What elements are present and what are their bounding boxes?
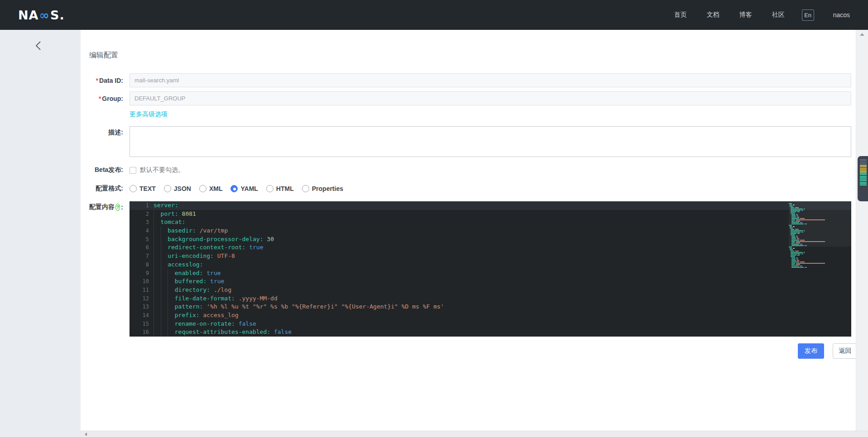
line-content: file-date-format: .yyyy-MM-dd xyxy=(149,294,278,303)
nav-link[interactable]: 社区 xyxy=(772,11,785,19)
beta-publish-row: Beta发布: 默认不要勾选。 xyxy=(89,166,856,174)
scroll-left-arrow-icon[interactable] xyxy=(85,432,87,436)
code-line[interactable]: 6redirect-context-root: true xyxy=(129,243,851,252)
radio-icon[interactable] xyxy=(129,185,137,192)
code-line[interactable]: 14prefix: access_log xyxy=(129,311,851,320)
editor-minimap[interactable] xyxy=(789,203,845,268)
main-content: 编辑配置 *Data ID: *Group: 更多高级选项 描述: Beta发布… xyxy=(81,30,856,431)
format-option-html[interactable]: HTML xyxy=(266,185,294,192)
nav-link[interactable]: 首页 xyxy=(674,11,687,19)
radio-icon[interactable] xyxy=(302,185,309,192)
format-option-label: TEXT xyxy=(139,185,156,192)
format-option-text[interactable]: TEXT xyxy=(129,185,156,192)
advanced-options-row: 更多高级选项 xyxy=(89,110,856,118)
format-option-label: XML xyxy=(209,185,223,192)
line-number: 4 xyxy=(129,227,149,235)
code-line[interactable]: 3tomcat: xyxy=(129,218,851,227)
format-option-json[interactable]: JSON xyxy=(164,185,191,192)
line-content: directory: ./log xyxy=(149,286,231,294)
nav-link[interactable]: 博客 xyxy=(739,11,752,19)
code-editor[interactable]: 1server:2port: 80813tomcat:4basedir: /va… xyxy=(129,201,851,337)
description-row: 描述: xyxy=(89,126,856,157)
format-option-label: JSON xyxy=(174,185,191,192)
beta-publish-checkbox[interactable] xyxy=(129,167,136,174)
publish-button[interactable]: 发布 xyxy=(798,343,824,359)
group-label: *Group: xyxy=(89,95,123,102)
back-button[interactable] xyxy=(34,41,42,52)
code-line[interactable]: 16request-attributes-enabled: false xyxy=(129,328,851,337)
line-content: uri-encoding: UTF-8 xyxy=(149,252,235,261)
line-number: 6 xyxy=(129,243,149,252)
username-menu[interactable]: nacos xyxy=(833,11,850,19)
nacos-console: NA∞S. 首页文档博客社区 En nacos 编辑配置 *Data ID: *… xyxy=(0,0,868,437)
back-button-secondary[interactable]: 返回 xyxy=(833,343,858,359)
nav-link[interactable]: 文档 xyxy=(707,11,719,19)
code-line[interactable]: 13pattern: '%h %l %u %t "%r" %s %b "%{Re… xyxy=(129,303,851,311)
radio-icon[interactable] xyxy=(230,185,238,192)
config-format-row: 配置格式: TEXTJSONXMLYAMLHTMLProperties xyxy=(89,185,856,192)
radio-icon[interactable] xyxy=(199,185,206,192)
code-line[interactable]: 10buffered: true xyxy=(129,277,851,286)
horizontal-scrollbar[interactable] xyxy=(81,431,868,437)
format-option-label: YAML xyxy=(240,185,258,192)
line-content: pattern: '%h %l %u %t "%r" %s %b "%{Refe… xyxy=(149,303,444,311)
code-line[interactable]: 7uri-encoding: UTF-8 xyxy=(129,252,851,261)
group-input[interactable] xyxy=(129,91,851,105)
code-line[interactable]: 8accesslog: xyxy=(129,261,851,269)
chevron-left-icon xyxy=(34,41,42,51)
line-content: redirect-context-root: true xyxy=(149,243,264,252)
line-content: server: xyxy=(149,201,178,210)
line-content: prefix: access_log xyxy=(149,311,239,320)
scroll-minimap-widget[interactable] xyxy=(858,156,868,201)
radio-icon[interactable] xyxy=(164,185,171,192)
code-line[interactable]: 4basedir: /var/tmp xyxy=(129,227,851,235)
line-content: enabled: true xyxy=(149,269,221,278)
code-line[interactable]: 15rename-on-rotate: false xyxy=(129,320,851,328)
code-line[interactable]: 5background-processor-delay: 30 xyxy=(129,235,851,244)
action-buttons-row: 发布 返回 xyxy=(89,343,858,359)
code-line[interactable]: 11directory: ./log xyxy=(129,286,851,294)
format-option-properties[interactable]: Properties xyxy=(302,185,343,192)
line-number: 12 xyxy=(129,294,149,303)
format-option-yaml[interactable]: YAML xyxy=(230,185,258,192)
code-line[interactable]: 9enabled: true xyxy=(129,269,851,278)
line-content: tomcat: xyxy=(149,218,185,227)
line-number: 14 xyxy=(129,311,149,320)
line-number: 7 xyxy=(129,252,149,261)
help-icon[interactable]: ? xyxy=(115,204,120,211)
code-line[interactable]: 2port: 8081 xyxy=(129,210,851,218)
beta-publish-hint: 默认不要勾选。 xyxy=(140,166,184,174)
format-option-xml[interactable]: XML xyxy=(199,185,223,192)
line-content: port: 8081 xyxy=(149,210,196,218)
beta-publish-label: Beta发布: xyxy=(89,166,123,174)
required-mark: * xyxy=(99,95,101,102)
line-number: 15 xyxy=(129,320,149,328)
nacos-logo[interactable]: NA∞S. xyxy=(18,8,65,22)
group-row: *Group: xyxy=(89,91,856,105)
required-mark: * xyxy=(96,77,98,84)
widget-teal-marks xyxy=(860,173,867,186)
code-line[interactable]: 12file-date-format: .yyyy-MM-dd xyxy=(129,294,851,303)
line-content: accesslog: xyxy=(149,261,203,269)
logo-text-left: NA xyxy=(18,8,39,22)
widget-gray-marks xyxy=(860,159,867,165)
description-label: 描述: xyxy=(89,126,123,137)
radio-icon[interactable] xyxy=(266,185,273,192)
language-toggle-button[interactable]: En xyxy=(802,10,814,21)
line-number: 13 xyxy=(129,303,149,311)
vertical-scrollbar[interactable] xyxy=(856,30,868,431)
description-textarea[interactable] xyxy=(129,126,851,157)
code-lines: 1server:2port: 80813tomcat:4basedir: /va… xyxy=(129,201,851,337)
page-title: 编辑配置 xyxy=(89,51,856,60)
data-id-input[interactable] xyxy=(129,73,851,87)
line-content: rename-on-rotate: false xyxy=(149,320,256,328)
line-content: request-attributes-enabled: false xyxy=(149,328,292,337)
line-content: basedir: /var/tmp xyxy=(149,227,228,235)
data-id-label: *Data ID: xyxy=(89,77,123,84)
code-line[interactable]: 1server: xyxy=(129,201,851,210)
widget-yellow-marks xyxy=(860,165,867,173)
more-advanced-options-link[interactable]: 更多高级选项 xyxy=(129,110,168,118)
line-number: 5 xyxy=(129,235,149,244)
scroll-up-arrow-icon[interactable] xyxy=(860,33,864,36)
format-option-label: Properties xyxy=(312,185,343,192)
